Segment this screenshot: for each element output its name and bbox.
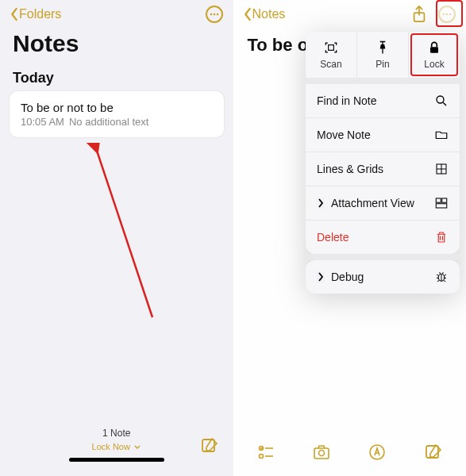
note-count: 1 Note (0, 428, 233, 439)
note-toolbar (233, 435, 467, 476)
grid-icon (434, 162, 449, 176)
actions-menu: Find in Note Move Note Lines & Grids Att… (306, 84, 460, 254)
nav-bar-left: Folders (0, 0, 233, 29)
menu-debug[interactable]: Debug (306, 260, 460, 294)
scan-button[interactable]: Scan (306, 32, 357, 78)
left-footer: 1 Note Lock Now (0, 428, 233, 476)
svg-line-4 (97, 151, 152, 317)
lock-now-button[interactable]: Lock Now (92, 442, 141, 451)
menu-delete[interactable]: Delete (306, 220, 460, 254)
svg-point-28 (319, 451, 325, 456)
back-label: Folders (19, 7, 61, 21)
chevron-left-icon (10, 7, 19, 21)
annotation-arrow (57, 143, 184, 341)
compose-icon[interactable] (424, 443, 443, 462)
chevron-right-icon (317, 271, 325, 282)
lock-now-chevron-icon (133, 443, 141, 451)
folder-icon (434, 128, 449, 142)
compose-icon[interactable] (200, 436, 219, 455)
svg-point-13 (437, 96, 444, 103)
svg-line-14 (443, 102, 446, 106)
svg-rect-18 (436, 198, 441, 202)
bug-icon (434, 270, 449, 284)
menu-find-in-note[interactable]: Find in Note (306, 84, 460, 117)
svg-rect-19 (442, 198, 447, 202)
back-to-folders[interactable]: Folders (10, 7, 61, 21)
more-options-icon[interactable] (205, 5, 224, 24)
svg-point-1 (210, 13, 212, 16)
note-detail-screen: Notes To be or Scan (233, 0, 467, 476)
pin-button[interactable]: Pin (357, 32, 409, 78)
note-card[interactable]: To be or not to be 10:05 AMNo additional… (10, 91, 224, 137)
svg-point-3 (216, 13, 218, 16)
section-header-today: Today (0, 63, 233, 91)
note-subtitle: 10:05 AMNo additional text (21, 116, 213, 128)
svg-rect-20 (436, 204, 447, 208)
actions-popover: Scan Pin Lock Find in Note (306, 32, 460, 294)
menu-move-note[interactable]: Move Note (306, 117, 460, 152)
chevron-left-icon (243, 7, 252, 21)
nav-bar-right: Notes (233, 0, 467, 29)
attachment-view-icon (434, 196, 449, 210)
note-preview: No additional text (69, 116, 148, 128)
trash-icon (434, 230, 449, 244)
note-title: To be or not to be (21, 101, 213, 114)
tool-row: Scan Pin Lock (306, 32, 460, 78)
markup-icon[interactable] (368, 443, 387, 462)
svg-point-2 (213, 13, 215, 16)
pin-icon (375, 40, 391, 56)
scan-icon (323, 40, 339, 56)
svg-rect-11 (329, 45, 334, 51)
checklist-icon[interactable] (256, 443, 275, 462)
svg-point-25 (259, 455, 263, 459)
menu-attachment-view[interactable]: Attachment View (306, 186, 460, 220)
back-to-notes[interactable]: Notes (243, 7, 286, 21)
lock-button[interactable]: Lock (409, 32, 460, 78)
home-indicator (69, 458, 164, 462)
note-time: 10:05 AM (21, 116, 64, 128)
menu-lines-grids[interactable]: Lines & Grids (306, 152, 460, 186)
chevron-right-icon (317, 198, 325, 209)
svg-rect-12 (430, 47, 438, 52)
more-highlight-annotation (436, 0, 463, 27)
share-icon[interactable] (410, 5, 428, 24)
actions-menu-secondary: Debug (306, 260, 460, 294)
back-label: Notes (252, 7, 286, 21)
page-title: Notes (0, 29, 233, 63)
camera-icon[interactable] (312, 443, 331, 462)
notes-list-screen: Folders Notes Today To be or not to be 1… (0, 0, 233, 476)
lock-icon (426, 40, 442, 56)
search-icon (434, 94, 449, 108)
